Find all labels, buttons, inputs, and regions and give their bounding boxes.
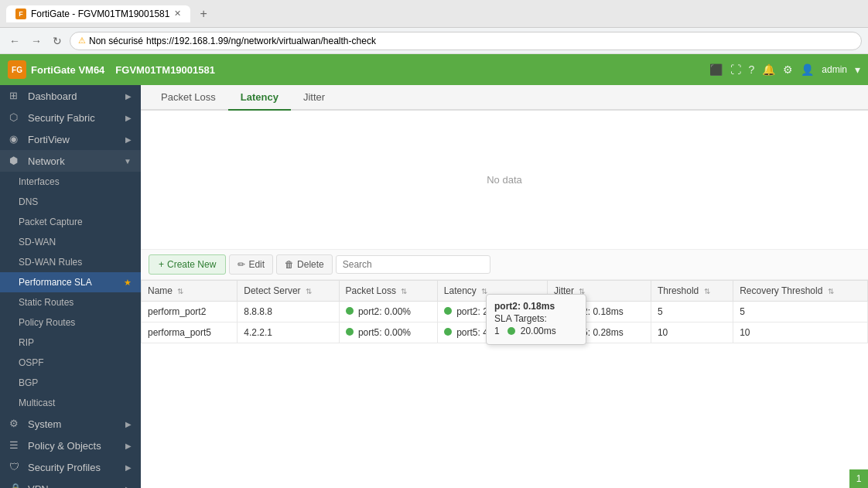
policy-objects-icon: ☰ — [9, 439, 22, 452]
sidebar-item-static-routes[interactable]: Static Routes — [0, 292, 141, 312]
cell-threshold-0: 5 — [651, 302, 733, 322]
packet-loss-sort-icon: ⇅ — [401, 287, 407, 295]
user-avatar[interactable]: 👤 — [801, 63, 814, 76]
cell-recovery-threshold-0: 5 — [733, 302, 868, 322]
admin-chevron-icon[interactable]: ▾ — [855, 63, 860, 76]
col-recovery-threshold[interactable]: Recovery Threshold ⇅ — [733, 281, 868, 302]
pl-status-dot-1 — [346, 328, 354, 336]
threshold-sort-icon: ⇅ — [704, 287, 710, 295]
cell-packet-loss-1: port5: 0.00% — [339, 322, 437, 343]
sidebar-item-rip[interactable]: RIP — [0, 333, 141, 353]
tooltip-sla-label-row: SLA Targets: — [494, 313, 578, 324]
browser-tab[interactable]: F FortiGate - FGVM01TM19001581 ✕ — [6, 5, 190, 22]
system-icon: ⚙ — [9, 418, 22, 430]
data-table: Name ⇅ Detect Server ⇅ Packet Loss ⇅ — [141, 280, 868, 343]
cell-detect-server-1: 4.2.2.1 — [238, 322, 339, 343]
sidebar-item-network[interactable]: ⬢ Network ▼ — [0, 150, 141, 172]
chart-area: No data — [141, 111, 868, 250]
rip-label: RIP — [19, 337, 34, 348]
col-packet-loss[interactable]: Packet Loss ⇅ — [339, 281, 437, 302]
create-new-button[interactable]: + Create New — [149, 254, 226, 275]
address-bar[interactable]: ⚠ Non sécurisé https://192.168.1.99/ng/n… — [70, 32, 862, 50]
sidebar-item-dashboard[interactable]: ⊞ Dashboard ▶ — [0, 85, 141, 107]
search-input[interactable] — [336, 255, 490, 274]
new-tab-button[interactable]: + — [200, 7, 207, 21]
tab-packet-loss[interactable]: Packet Loss — [149, 85, 228, 111]
sidebar-label-dashboard: Dashboard — [28, 90, 77, 102]
security-warning-icon: ⚠ — [78, 36, 86, 46]
browser-tab-bar: F FortiGate - FGVM01TM19001581 ✕ + — [0, 0, 868, 28]
security-profiles-icon: 🛡 — [9, 461, 22, 473]
cell-recovery-threshold-1: 10 — [733, 322, 868, 343]
col-threshold[interactable]: Threshold ⇅ — [651, 281, 733, 302]
table-wrapper: Name ⇅ Detect Server ⇅ Packet Loss ⇅ — [141, 280, 868, 488]
sidebar-item-packet-capture[interactable]: Packet Capture — [0, 212, 141, 232]
sdwan-rules-label: SD-WAN Rules — [19, 257, 82, 268]
delete-button[interactable]: 🗑 Delete — [276, 254, 333, 275]
recovery-threshold-sort-icon: ⇅ — [828, 287, 834, 295]
sidebar-item-security-profiles[interactable]: 🛡 Security Profiles ▶ — [0, 456, 141, 478]
sdwan-label: SD-WAN — [19, 237, 56, 247]
sidebar-item-performance-sla[interactable]: Performance SLA ★ — [0, 272, 141, 292]
performance-sla-star-icon: ★ — [124, 278, 132, 288]
tab-bar: Packet Loss Latency Jitter — [141, 85, 868, 111]
cell-packet-loss-0: port2: 0.00% — [339, 302, 437, 322]
cli-icon[interactable]: ⬛ — [709, 63, 723, 76]
performance-sla-label: Performance SLA — [19, 277, 92, 288]
sidebar-label-system: System — [28, 418, 61, 430]
bgp-label: BGP — [19, 377, 38, 388]
sidebar-item-dns[interactable]: DNS — [0, 192, 141, 212]
tab-latency[interactable]: Latency — [228, 85, 291, 111]
edit-pencil-icon: ✏ — [238, 259, 245, 270]
sidebar-item-policy-objects[interactable]: ☰ Policy & Objects ▶ — [0, 435, 141, 456]
back-button[interactable]: ← — [6, 33, 23, 49]
fg-logo-icon: FG — [8, 60, 26, 79]
ospf-label: OSPF — [19, 357, 44, 368]
system-arrow-icon: ▶ — [125, 420, 132, 428]
cell-name-0: perform_port2 — [142, 302, 238, 322]
sidebar-item-policy-routes[interactable]: Policy Routes — [0, 312, 141, 333]
delete-trash-icon: 🗑 — [285, 259, 294, 270]
sidebar-item-interfaces[interactable]: Interfaces — [0, 172, 141, 192]
settings-icon[interactable]: ⚙ — [783, 63, 793, 76]
sidebar-label-vpn: VPN — [28, 483, 49, 489]
col-name[interactable]: Name ⇅ — [142, 281, 238, 302]
edit-button[interactable]: ✏ Edit — [229, 254, 273, 275]
admin-name: admin — [822, 64, 847, 75]
fg-hostname: FGVM01TM19001581 — [115, 64, 215, 76]
sidebar-label-network: Network — [28, 155, 65, 167]
sidebar-item-vpn[interactable]: 🔒 VPN ▶ — [0, 478, 141, 488]
sidebar-item-fortiview[interactable]: ◉ FortiView ▶ — [0, 128, 141, 150]
fullscreen-icon[interactable]: ⛶ — [730, 63, 741, 76]
interfaces-label: Interfaces — [19, 176, 60, 187]
sidebar-item-bgp[interactable]: BGP — [0, 373, 141, 393]
help-icon[interactable]: ? — [749, 63, 755, 76]
sidebar-label-policy-objects: Policy & Objects — [28, 440, 101, 452]
sidebar-item-security-fabric[interactable]: ⬡ Security Fabric ▶ — [0, 107, 141, 128]
network-icon: ⬢ — [9, 155, 22, 167]
sidebar-item-multicast[interactable]: Multicast — [0, 393, 141, 413]
fortigate-header: FG FortiGate VM64 FGVM01TM19001581 ⬛ ⛶ ?… — [0, 54, 868, 85]
sidebar-item-sdwan-rules[interactable]: SD-WAN Rules — [0, 252, 141, 272]
cell-detect-server-0: 8.8.8.8 — [238, 302, 339, 322]
sidebar: ⊞ Dashboard ▶ ⬡ Security Fabric ▶ ◉ Fort… — [0, 85, 141, 488]
sidebar-item-sdwan[interactable]: SD-WAN — [0, 232, 141, 252]
reload-button[interactable]: ↻ — [50, 33, 65, 49]
cell-name-1: performa_port5 — [142, 322, 238, 343]
notification-icon[interactable]: 🔔 — [762, 63, 775, 76]
packet-capture-label: Packet Capture — [19, 217, 83, 227]
sidebar-item-system[interactable]: ⚙ System ▶ — [0, 413, 141, 435]
create-plus-icon: + — [159, 259, 164, 270]
table-row[interactable]: perform_port2 8.8.8.8 port2: 0.00% port2… — [142, 302, 868, 322]
tooltip-sla-value-row: 1 20.00ms — [494, 326, 578, 336]
no-data-text: No data — [487, 174, 522, 186]
tab-close-icon[interactable]: ✕ — [174, 9, 181, 19]
main-layout: ⊞ Dashboard ▶ ⬡ Security Fabric ▶ ◉ Fort… — [0, 85, 868, 488]
dashboard-icon: ⊞ — [9, 90, 22, 102]
fortiview-arrow-icon: ▶ — [125, 135, 132, 144]
tab-jitter[interactable]: Jitter — [291, 85, 337, 111]
forward-button[interactable]: → — [28, 33, 45, 49]
cell-jitter-0: port2: 0.18ms port2: 0.18ms SLA Targets: — [548, 302, 651, 322]
sidebar-item-ospf[interactable]: OSPF — [0, 353, 141, 373]
col-detect-server[interactable]: Detect Server ⇅ — [238, 281, 339, 302]
